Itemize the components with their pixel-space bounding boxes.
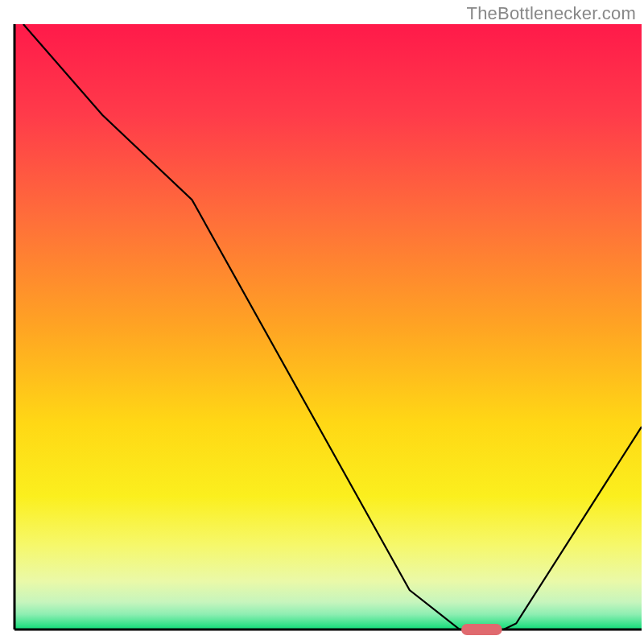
chart-svg xyxy=(0,0,644,644)
gradient-background xyxy=(14,24,642,630)
optimal-marker xyxy=(461,624,502,635)
attribution-label: TheBottlenecker.com xyxy=(467,3,636,24)
bottleneck-chart: TheBottlenecker.com xyxy=(0,0,644,644)
